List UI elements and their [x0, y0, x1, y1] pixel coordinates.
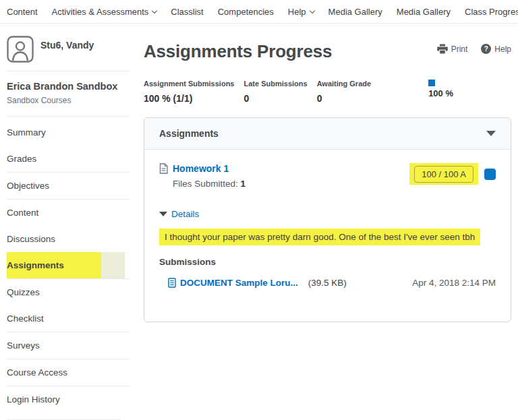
nav-item-label: Media Gallery	[397, 7, 451, 17]
sidebar-item-content[interactable]: Content	[0, 200, 138, 226]
submission-file-size: (39.5 KB)	[308, 278, 347, 288]
nav-item-label: Competencies	[218, 7, 274, 17]
stat-value: 0	[317, 93, 371, 104]
stat-awaiting-grade: Awaiting Grade 0	[317, 80, 371, 104]
user-name: Stu6, Vandy	[40, 40, 94, 63]
mini-chart-bar	[428, 80, 435, 86]
print-button[interactable]: Print	[437, 44, 468, 54]
nav-item-media-gallery-1[interactable]: Media Gallery	[328, 7, 382, 17]
page-title: Assignments Progress	[144, 41, 332, 62]
chevron-down-icon	[309, 7, 314, 13]
assignment-title-row: Homework 1	[159, 163, 246, 174]
chevron-down-icon	[152, 7, 157, 13]
user-profile[interactable]: Stu6, Vandy	[0, 32, 138, 71]
files-submitted-label: Files Submitted:	[173, 179, 238, 189]
nav-item-label: Media Gallery	[328, 7, 382, 17]
stat-label: Awaiting Grade	[317, 80, 371, 88]
assignment-link[interactable]: Homework 1	[173, 163, 229, 174]
stat-late-submissions: Late Submissions 0	[243, 80, 307, 104]
details-label: Details	[171, 209, 199, 219]
submission-file-link[interactable]: DOCUMENT Sample Loru...	[180, 278, 298, 288]
page-header: Assignments Progress Print ? Help	[144, 37, 511, 62]
file-doc-icon	[168, 278, 176, 288]
submission-file: DOCUMENT Sample Loru... (39.5 KB)	[168, 278, 347, 288]
assignment-row: Homework 1 Files Submitted: 1 100 / 100 …	[159, 163, 496, 189]
submissions-mini-chart: 100 %	[428, 80, 453, 98]
stat-value: 100 % (1/1)	[144, 93, 234, 104]
sidebar-nav: Summary Grades Objectives Content Discus…	[0, 119, 138, 413]
files-submitted-count: 1	[241, 179, 246, 189]
course-info: Erica Brandon Sandbox Sandbox Courses	[0, 71, 138, 116]
print-icon	[437, 44, 448, 54]
triangle-down-icon	[159, 212, 167, 216]
sidebar-item-course-access[interactable]: Course Access	[0, 359, 138, 386]
sidebar: Stu6, Vandy Erica Brandon Sandbox Sandbo…	[0, 24, 138, 420]
sidebar-item-checklist[interactable]: Checklist	[0, 305, 138, 332]
stat-value: 0	[243, 93, 307, 104]
assignments-panel: Assignments	[144, 117, 511, 322]
grade-value: 100 / 100 A	[414, 166, 473, 183]
sidebar-item-discussions[interactable]: Discussions	[0, 226, 138, 252]
progress-stats: Assignment Submissions 100 % (1/1) Late …	[144, 80, 511, 104]
help-label: Help	[494, 44, 511, 54]
submission-row: DOCUMENT Sample Loru... (39.5 KB) Apr 4,…	[159, 278, 496, 288]
nav-item-activities-assessments[interactable]: Activities & Assessments	[52, 7, 157, 17]
assignments-panel-body: Homework 1 Files Submitted: 1 100 / 100 …	[144, 150, 511, 322]
course-navbar: Content Activities & Assessments Classli…	[0, 0, 518, 24]
stat-label: Late Submissions	[243, 80, 307, 88]
grade-area: 100 / 100 A	[409, 163, 496, 185]
nav-item-label: Classlist	[171, 7, 203, 17]
panel-title: Assignments	[159, 128, 219, 139]
sidebar-item-login-history[interactable]: Login History	[0, 386, 138, 413]
sidebar-item-summary[interactable]: Summary	[0, 119, 138, 146]
grade-highlight: 100 / 100 A	[409, 163, 478, 185]
files-submitted: Files Submitted: 1	[173, 179, 246, 189]
stat-assignment-submissions: Assignment Submissions 100 % (1/1)	[144, 80, 234, 104]
nav-item-competencies[interactable]: Competencies	[218, 7, 274, 17]
nav-item-label: Activities & Assessments	[52, 7, 149, 17]
submission-timestamp: Apr 4, 2018 2:14 PM	[412, 278, 496, 288]
mini-chart-value: 100 %	[428, 88, 453, 98]
course-title: Erica Brandon Sandbox	[7, 81, 132, 92]
nav-item-label: Help	[288, 7, 306, 17]
grade-status-indicator[interactable]	[484, 169, 496, 180]
assignment-info: Homework 1 Files Submitted: 1	[159, 163, 246, 189]
course-subtitle: Sandbox Courses	[7, 96, 132, 105]
main-content: Assignments Progress Print ? Help	[138, 24, 518, 420]
divider	[7, 116, 130, 117]
nav-item-help[interactable]: Help	[288, 7, 314, 17]
sidebar-item-assignments[interactable]: Assignments	[0, 252, 138, 278]
nav-item-content[interactable]: Content	[7, 7, 38, 17]
submissions-heading: Submissions	[159, 257, 496, 267]
nav-item-media-gallery-2[interactable]: Media Gallery	[397, 7, 451, 17]
collapse-panel-icon[interactable]	[486, 131, 496, 136]
nav-item-label: Class Progress	[465, 7, 518, 17]
assignments-panel-header[interactable]: Assignments	[144, 118, 511, 150]
nav-item-label: Content	[7, 7, 38, 17]
sidebar-item-grades[interactable]: Grades	[0, 146, 138, 172]
sidebar-item-objectives[interactable]: Objectives	[0, 173, 138, 199]
details-toggle[interactable]: Details	[159, 209, 199, 219]
nav-item-classlist[interactable]: Classlist	[171, 7, 203, 17]
print-label: Print	[451, 44, 468, 54]
assignment-doc-icon	[159, 163, 168, 174]
user-avatar-icon	[7, 36, 34, 63]
sidebar-item-surveys[interactable]: Surveys	[0, 332, 138, 359]
feedback-text: I thought your paper was pretty darn goo…	[159, 229, 480, 245]
sidebar-item-quizzes[interactable]: Quizzes	[0, 279, 138, 305]
header-actions: Print ? Help	[437, 44, 511, 54]
help-icon: ?	[481, 44, 491, 54]
nav-item-class-progress[interactable]: Class Progress	[465, 7, 518, 17]
stat-label: Assignment Submissions	[144, 80, 234, 88]
help-button[interactable]: ? Help	[481, 44, 511, 54]
